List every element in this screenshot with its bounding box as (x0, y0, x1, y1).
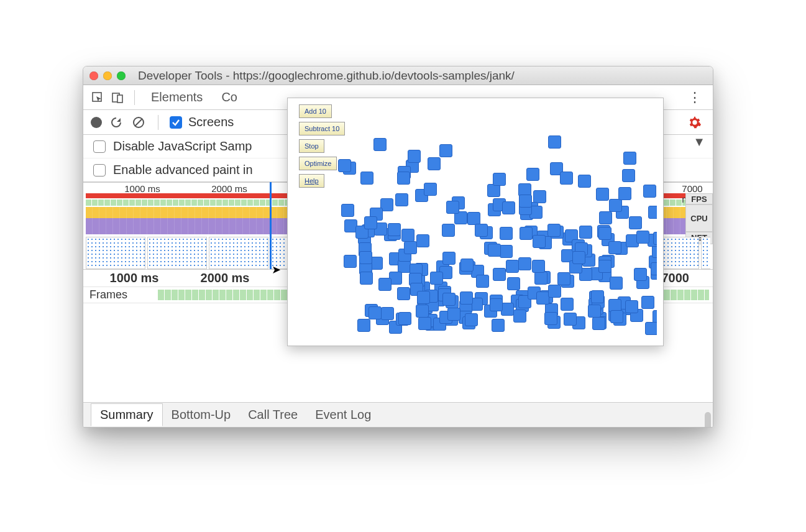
tick: 1000 ms (124, 183, 160, 194)
maximize-button[interactable] (117, 71, 126, 80)
close-button[interactable] (89, 71, 98, 80)
frames-track-label: Frames (83, 288, 134, 301)
record-button[interactable] (91, 117, 102, 128)
preview-add-button: Add 10 (299, 104, 332, 118)
devtools-window: Developer Tools - https://googlechrome.g… (83, 66, 713, 428)
reload-icon[interactable] (108, 114, 124, 131)
preview-canvas (337, 104, 657, 339)
tab-event-log[interactable]: Event Log (306, 404, 380, 426)
window-title: Developer Tools - https://googlechrome.g… (138, 69, 515, 83)
tab-call-tree[interactable]: Call Tree (239, 404, 306, 426)
screenshot-thumb[interactable] (209, 237, 268, 269)
divider (158, 115, 158, 130)
tab-elements[interactable]: Elements (144, 88, 210, 107)
screenshot-thumb[interactable] (86, 237, 145, 269)
tick: 2000 ms (201, 271, 250, 285)
svg-rect-2 (117, 95, 122, 103)
tab-bottom-up[interactable]: Bottom-Up (163, 404, 240, 426)
minimize-button[interactable] (103, 71, 112, 80)
preview-help-button: Help (299, 174, 324, 188)
inspect-icon[interactable] (89, 89, 106, 106)
disable-js-samples-label: Disable JavaScript Samp (113, 139, 252, 154)
screenshots-checkbox[interactable] (170, 116, 182, 129)
divider (134, 90, 135, 105)
device-toggle-icon[interactable] (109, 89, 126, 106)
disable-js-samples-checkbox[interactable] (93, 140, 106, 153)
more-menu-icon[interactable]: ⋮ (683, 89, 707, 106)
tab-summary[interactable]: Summary (91, 403, 163, 426)
screenshot-preview: Add 10 Subtract 10 Stop Optimize Help (287, 98, 664, 346)
tick: 2000 ms (211, 183, 247, 194)
titlebar: Developer Tools - https://googlechrome.g… (83, 66, 713, 85)
scrollbar-thumb[interactable] (705, 412, 711, 428)
window-controls (89, 71, 126, 80)
tick: 1000 ms (110, 271, 159, 285)
cpu-label: CPU (685, 204, 713, 232)
settings-gear-icon[interactable] (688, 116, 702, 129)
preview-optimize-button: Optimize (299, 157, 337, 170)
overview-cursor[interactable] (270, 182, 272, 269)
enable-paint-label: Enable advanced paint in (113, 163, 253, 177)
preview-stop-button: Stop (299, 139, 324, 153)
svg-line-4 (135, 119, 142, 126)
screenshot-thumb[interactable] (701, 237, 710, 269)
collapse-options-icon[interactable]: ▼ (693, 135, 705, 149)
enable-paint-checkbox[interactable] (93, 164, 106, 177)
screenshot-thumb[interactable] (147, 237, 207, 269)
clear-icon[interactable] (131, 114, 147, 131)
details-tabs: Summary Bottom-Up Call Tree Event Log (83, 402, 713, 427)
tab-console[interactable]: Co (214, 88, 245, 107)
screenshots-label: Screens (188, 115, 234, 129)
fps-label: FPS (685, 193, 713, 204)
